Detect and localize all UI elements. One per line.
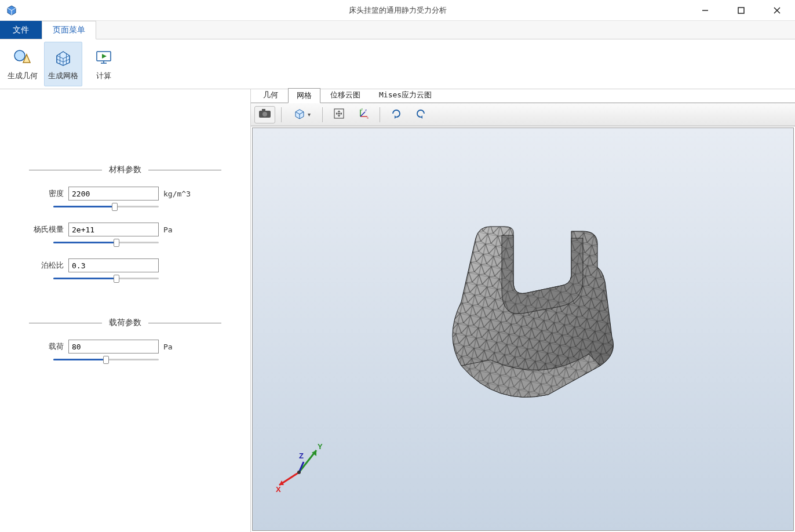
app-icon <box>6 5 17 16</box>
view-tabs: 几何 网格 位移云图 Mises应力云图 <box>251 89 795 103</box>
youngs-slider[interactable] <box>53 239 159 247</box>
camera-icon <box>258 108 271 121</box>
ribbon-label: 生成网格 <box>48 71 78 81</box>
fit-view-button[interactable] <box>329 106 349 123</box>
orientation-triad: X Y Z <box>270 438 328 495</box>
svg-marker-7 <box>102 54 107 59</box>
svg-text:y: y <box>361 107 363 111</box>
svg-point-11 <box>262 112 267 116</box>
view-tab-displacement[interactable]: 位移云图 <box>322 88 369 103</box>
unit-label: kg/m^3 <box>163 190 191 198</box>
field-label: 密度 <box>29 188 64 199</box>
axes-icon: z y x <box>357 107 370 122</box>
ribbon-label: 计算 <box>96 71 111 81</box>
main-area: 材料参数 密度 kg/m^3 杨氏模量 Pa 泊松比 <box>0 89 795 532</box>
section-load: 载荷参数 <box>29 318 221 328</box>
poisson-slider[interactable] <box>53 275 159 283</box>
svg-point-28 <box>297 471 301 474</box>
unit-label: Pa <box>163 342 173 351</box>
rotate-ccw-button[interactable] <box>410 106 431 123</box>
tab-page-menu[interactable]: 页面菜单 <box>42 21 96 39</box>
view-tab-mesh[interactable]: 网格 <box>288 88 320 103</box>
fit-icon <box>333 107 345 122</box>
view-cube-dropdown[interactable] <box>287 106 316 123</box>
unit-label: Pa <box>163 225 173 234</box>
maximize-button[interactable] <box>723 0 759 20</box>
svg-point-3 <box>14 50 25 61</box>
rotate-cw-button[interactable] <box>386 106 407 123</box>
play-monitor-icon <box>94 48 114 67</box>
rotate-cw-icon <box>390 107 403 122</box>
view-tab-mises[interactable]: Mises应力云图 <box>370 88 440 103</box>
svg-text:x: x <box>367 116 369 119</box>
viewport-area: 几何 网格 位移云图 Mises应力云图 <box>250 89 795 532</box>
svg-line-17 <box>360 112 365 116</box>
field-label: 载荷 <box>29 341 64 352</box>
load-slider[interactable] <box>53 356 159 364</box>
ribbon-tabs: 文件 页面菜单 <box>0 21 795 39</box>
field-label: 泊松比 <box>29 260 64 271</box>
cube-icon <box>293 107 306 122</box>
mesh-render <box>426 221 635 418</box>
svg-rect-12 <box>262 109 265 111</box>
field-density: 密度 kg/m^3 <box>29 187 221 201</box>
tab-file[interactable]: 文件 <box>0 21 42 39</box>
window-controls <box>687 0 795 20</box>
titlebar: 床头挂篮的通用静力受力分析 <box>0 0 795 21</box>
field-poisson: 泊松比 <box>29 258 221 272</box>
view-tab-geometry[interactable]: 几何 <box>254 88 287 103</box>
snapshot-button[interactable] <box>254 106 275 123</box>
load-input[interactable] <box>68 340 159 354</box>
section-title-label: 材料参数 <box>102 165 148 175</box>
side-panel: 材料参数 密度 kg/m^3 杨氏模量 Pa 泊松比 <box>0 89 250 532</box>
density-input[interactable] <box>68 187 159 201</box>
close-button[interactable] <box>759 0 795 20</box>
ribbon-label: 生成几何 <box>8 71 38 81</box>
section-title-label: 载荷参数 <box>102 318 148 328</box>
density-slider[interactable] <box>53 203 159 211</box>
shapes-icon <box>13 48 32 67</box>
axis-y-label: Y <box>318 442 323 451</box>
ribbon-generate-mesh[interactable]: 生成网格 <box>44 42 82 86</box>
window-title: 床头挂篮的通用静力受力分析 <box>349 5 447 16</box>
axes-button[interactable]: z y x <box>353 106 374 123</box>
ribbon-generate-geometry[interactable]: 生成几何 <box>3 42 42 86</box>
minimize-button[interactable] <box>687 0 723 20</box>
svg-marker-22 <box>421 115 422 119</box>
youngs-input[interactable] <box>68 223 159 236</box>
svg-marker-21 <box>395 115 396 119</box>
ribbon-body: 生成几何 生成网格 计算 <box>0 39 795 89</box>
cube-mesh-icon <box>53 48 73 67</box>
rotate-ccw-icon <box>414 107 427 122</box>
ribbon-compute[interactable]: 计算 <box>85 42 123 86</box>
field-load: 载荷 Pa <box>29 340 221 354</box>
axis-x-label: X <box>276 485 281 494</box>
view-toolbar: z y x <box>251 103 795 126</box>
field-label: 杨氏模量 <box>29 224 64 235</box>
field-youngs: 杨氏模量 Pa <box>29 223 221 236</box>
svg-rect-2 <box>738 8 744 13</box>
section-material: 材料参数 <box>29 165 221 175</box>
svg-text:z: z <box>365 108 367 112</box>
3d-canvas[interactable]: X Y Z <box>252 127 794 531</box>
poisson-input[interactable] <box>68 258 159 272</box>
axis-z-label: Z <box>299 451 304 460</box>
